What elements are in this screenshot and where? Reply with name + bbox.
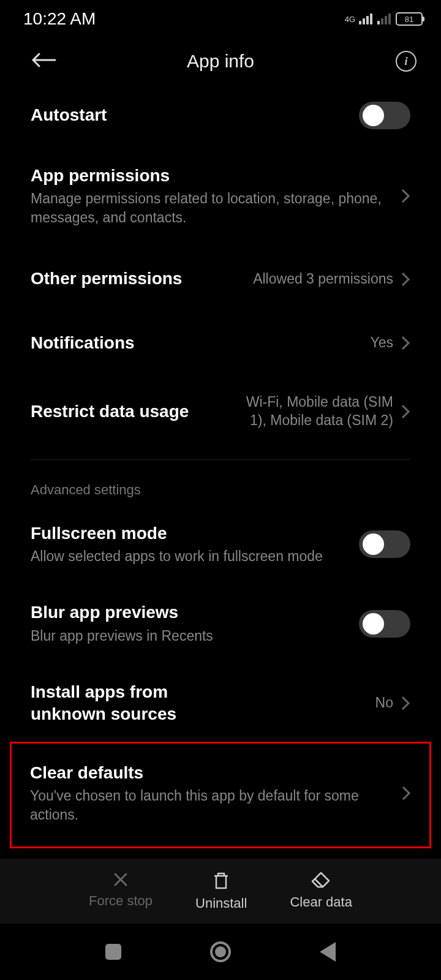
signal-bars-icon [377,13,391,24]
chevron-right-icon [401,271,410,288]
clear-data-button[interactable]: Clear data [290,871,352,911]
close-icon [112,871,129,888]
chevron-right-icon [401,785,411,802]
setting-subtitle: Manage permissions related to location, … [31,189,388,227]
status-time: 10:22 AM [23,9,96,29]
setting-value: Allowed 3 permissions [253,270,393,288]
battery-icon: 81 [396,12,423,26]
setting-title: Notifications [31,332,358,354]
chevron-right-icon [401,334,410,352]
action-label: Clear data [290,894,352,910]
info-icon[interactable] [396,51,417,72]
back-arrow-icon[interactable] [31,51,56,71]
setting-title: Restrict data usage [31,401,222,423]
setting-title: Other permissions [31,268,241,290]
setting-install-unknown[interactable]: Install apps from unknown sources No [31,665,410,742]
action-label: Force stop [89,893,153,909]
network-type-label: 4G [345,15,355,24]
toggle-switch[interactable] [359,102,410,129]
eraser-icon [311,871,331,889]
status-bar: 10:22 AM 4G 81 [0,0,441,37]
navigation-bar [0,924,441,980]
setting-title: App permissions [31,165,388,187]
bottom-action-bar: Force stop Uninstall Clear data [0,859,441,924]
setting-fullscreen-mode[interactable]: Fullscreen mode Allow selected apps to w… [31,507,410,582]
page-title: App info [18,51,423,72]
nav-recents-icon[interactable] [105,944,121,960]
chevron-right-icon [401,403,410,420]
setting-title: Fullscreen mode [31,522,359,545]
setting-title: Clear defaults [30,762,389,784]
setting-subtitle: Blur app previews in Recents [31,627,359,646]
setting-app-permissions[interactable]: App permissions Manage permissions relat… [31,145,410,247]
setting-title: Install apps from unknown sources [31,681,227,726]
setting-subtitle: Allow selected apps to work in fullscree… [31,547,359,566]
settings-list: Autostart App permissions Manage permiss… [0,86,441,848]
setting-clear-defaults[interactable]: Clear defaults You've chosen to launch t… [30,750,411,837]
highlight-clear-defaults: Clear defaults You've chosen to launch t… [10,742,431,848]
toggle-switch[interactable] [359,530,410,558]
chevron-right-icon [401,695,410,712]
section-header-advanced: Advanced settings [31,460,410,507]
chevron-right-icon [401,187,410,205]
setting-title: Blur app previews [31,601,359,624]
signal-bars-icon [359,13,372,24]
action-label: Uninstall [195,895,247,911]
uninstall-button[interactable]: Uninstall [195,871,247,911]
status-indicators: 4G 81 [345,12,423,26]
setting-value: No [375,694,393,712]
header: App info [0,37,441,86]
setting-blur-previews[interactable]: Blur app previews Blur app previews in R… [31,582,410,665]
setting-subtitle: You've chosen to launch this app by defa… [30,786,389,824]
trash-icon [212,871,230,891]
toggle-switch[interactable] [359,610,410,638]
nav-home-icon[interactable] [210,941,231,962]
setting-value: Wi-Fi, Mobile data (SIM 1), Mobile data … [234,393,393,430]
setting-title: Autostart [31,104,359,126]
setting-autostart[interactable]: Autostart [31,86,410,145]
setting-restrict-data[interactable]: Restrict data usage Wi-Fi, Mobile data (… [31,375,410,448]
setting-value: Yes [370,334,393,352]
nav-back-icon[interactable] [320,942,336,962]
setting-notifications[interactable]: Notifications Yes [31,311,410,375]
setting-other-permissions[interactable]: Other permissions Allowed 3 permissions [31,247,410,311]
force-stop-button[interactable]: Force stop [89,871,153,911]
